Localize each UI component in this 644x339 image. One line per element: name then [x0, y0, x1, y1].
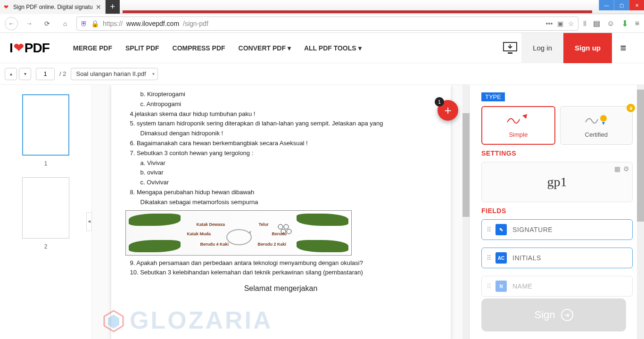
field-signature[interactable]: ⠿ ✎ SIGNATURE — [481, 219, 633, 240]
doc-line: 5. system tanam hidroponik sering ditera… — [130, 119, 437, 129]
watermark: GLOZARIA — [101, 306, 273, 334]
field-name[interactable]: ⠿ N NAME — [481, 276, 633, 297]
window-accent — [123, 10, 592, 13]
grip-icon: ⠿ — [487, 282, 490, 290]
url-path: /sign-pdf — [183, 20, 208, 27]
reload-button[interactable]: ⟳ — [41, 17, 54, 30]
grip-icon: ⠿ — [487, 254, 490, 262]
page-number-input[interactable] — [36, 68, 55, 80]
new-tab-button[interactable]: + — [106, 0, 120, 14]
close-icon[interactable]: ✕ — [96, 3, 101, 11]
sign-button-label: Sign — [534, 309, 555, 321]
nav-compress[interactable]: COMPRESS PDF — [173, 44, 225, 52]
url-protocol: https:// — [103, 20, 123, 27]
doc-line: 6. Bagaimanakah cara hewan berkembangbia… — [130, 139, 437, 149]
downloads-icon[interactable]: ⬇ — [621, 18, 628, 29]
doc-footer: Selamat mengerjakan — [125, 282, 437, 295]
sign-button[interactable]: Sign ➜ — [481, 298, 626, 331]
doc-line: b. Kiropterogami — [140, 90, 437, 99]
main-nav: MERGE PDF SPLIT PDF COMPRESS PDF CONVERT… — [73, 44, 362, 52]
nav-merge[interactable]: MERGE PDF — [73, 44, 112, 52]
doc-line: c. Antropogami — [140, 99, 437, 109]
doc-line: 8. Mengapa perubahan hidup hewan dibawah — [130, 188, 437, 198]
doc-line: 4.jelaskan skema daur hidup tumbuhan pak… — [130, 109, 437, 119]
doc-line: 7. Sebutkan 3 contoh hewan yang tergolon… — [130, 149, 437, 158]
container-icon[interactable]: ▣ — [557, 20, 563, 27]
tab-title: Sign PDF online. Digital signatu — [13, 4, 93, 10]
signature-preview[interactable]: ▦ ⚙ gp1 — [481, 162, 633, 202]
field-initials[interactable]: ⠿ AC INITIALS — [481, 248, 633, 268]
certified-label: Certified — [585, 131, 608, 138]
thumbnail-2[interactable] — [22, 177, 69, 239]
doc-line: b. ovivar — [140, 168, 437, 178]
type-section-label: TYPE — [481, 92, 505, 101]
field-initials-label: INITIALS — [512, 254, 541, 262]
back-button[interactable]: ← — [5, 17, 18, 30]
document-viewport[interactable]: b. Kiropterogami c. Antropogami 4.jelask… — [92, 85, 470, 339]
file-selector[interactable]: Soal ulangan harian II.pdf — [71, 68, 157, 80]
page-total: / 2 — [59, 70, 66, 77]
page-down-button[interactable]: ▾ — [19, 68, 31, 80]
signature-type-simple[interactable]: Simple — [481, 106, 555, 145]
add-button[interactable]: + 1 — [438, 100, 458, 121]
chevron-down-icon: ▾ — [358, 44, 362, 52]
page-up-button[interactable]: ▴ — [5, 68, 17, 80]
minimize-button[interactable]: — — [599, 0, 614, 10]
lock-icon: 🔒 — [91, 20, 99, 27]
chevron-down-icon: ▾ — [288, 44, 291, 52]
doc-line: Dimaksud dengan hidroponik ! — [140, 129, 437, 139]
doc-line: 9. Apakah persamaan dan perbedaan antara… — [130, 258, 437, 268]
home-button[interactable]: ⌂ — [58, 17, 72, 30]
viewport-scrollthumb[interactable] — [462, 113, 470, 217]
star-icon[interactable]: ☆ — [568, 20, 574, 27]
signature-icon — [506, 113, 530, 128]
gear-icon[interactable]: ⚙ — [623, 165, 629, 173]
desktop-app-button[interactable] — [499, 37, 521, 59]
account-icon[interactable]: ☺ — [607, 19, 614, 28]
field-name-label: NAME — [512, 282, 532, 290]
main-area: 1 2 ◀ b. Kiropterogami c. Antropogami 4.… — [0, 85, 644, 339]
svg-point-6 — [227, 230, 251, 245]
logo-text-post: PDF — [25, 41, 50, 56]
doc-line: Dikatakan sebagai metamorfosis sempurna — [140, 198, 437, 207]
doc-line: 10. Sebutkan 3 kelebihandan kelemahan da… — [130, 268, 437, 278]
sidebar-icon[interactable]: ▤ — [593, 19, 600, 28]
browser-tab[interactable]: ❤ Sign PDF online. Digital signatu ✕ — [0, 0, 106, 14]
initials-icon: AC — [495, 252, 507, 264]
address-bar[interactable]: ⛨ 🔒 https://www.ilovepdf.com/sign-pdf ••… — [76, 17, 578, 31]
hamburger-icon[interactable]: ≡ — [612, 42, 635, 54]
svg-marker-8 — [108, 314, 119, 329]
maximize-button[interactable]: ▢ — [614, 0, 629, 10]
svg-point-3 — [284, 224, 289, 229]
texture-icon[interactable]: ▦ — [614, 165, 620, 173]
site-logo[interactable]: I ❤ PDF — [9, 41, 50, 56]
svg-point-9 — [600, 115, 607, 122]
collapse-sidebar-button[interactable]: ◀ — [86, 212, 92, 231]
nav-split[interactable]: SPLIT PDF — [125, 44, 159, 52]
browser-toolbar: ← → ⟳ ⌂ ⛨ 🔒 https://www.ilovepdf.com/sig… — [0, 14, 644, 33]
window-controls: — ▢ ✕ — [599, 0, 644, 10]
pdf-page: b. Kiropterogami c. Antropogami 4.jelask… — [111, 85, 451, 339]
nav-convert[interactable]: CONVERT PDF ▾ — [239, 44, 291, 52]
nav-all-tools[interactable]: ALL PDF TOOLS ▾ — [304, 44, 362, 52]
doc-line: a. Vivivar — [140, 158, 437, 168]
name-icon: N — [495, 281, 507, 292]
svg-point-5 — [287, 229, 291, 234]
thumbnail-1[interactable] — [22, 94, 69, 156]
login-button[interactable]: Log in — [521, 33, 563, 63]
meatballs-icon[interactable]: ••• — [546, 20, 553, 27]
forward-button[interactable]: → — [23, 17, 36, 30]
fab-badge: 1 — [435, 97, 444, 107]
thumbnail-sidebar: 1 2 ◀ — [0, 85, 92, 339]
menu-icon[interactable]: ≡ — [635, 19, 639, 28]
arrow-right-icon: ➜ — [561, 309, 573, 321]
url-domain: www.ilovepdf.com — [126, 20, 179, 27]
site-header: I ❤ PDF MERGE PDF SPLIT PDF COMPRESS PDF… — [0, 33, 644, 63]
library-icon[interactable]: ⫴ — [583, 19, 586, 28]
signature-type-certified[interactable]: ♛ Certified — [560, 106, 633, 145]
shield-icon: ⛨ — [81, 20, 87, 27]
close-window-button[interactable]: ✕ — [629, 0, 644, 10]
field-signature-label: SIGNATURE — [512, 226, 553, 233]
signup-button[interactable]: Sign up — [563, 33, 612, 63]
panel-scrollthumb[interactable] — [637, 90, 644, 222]
